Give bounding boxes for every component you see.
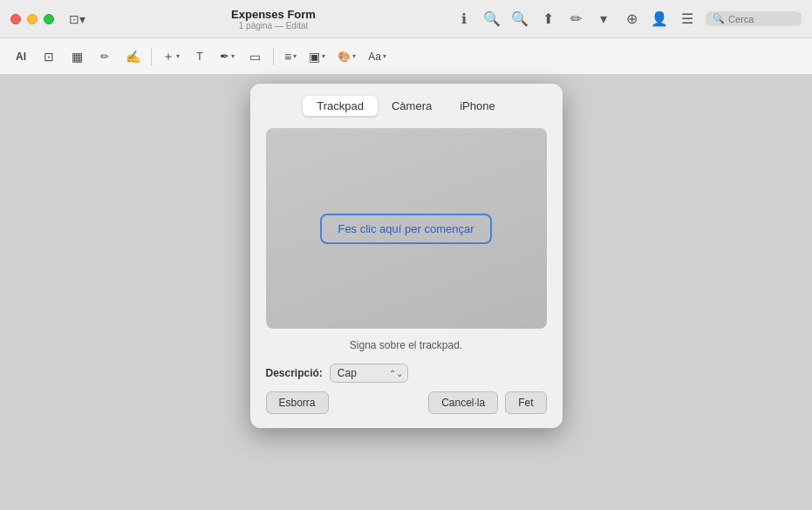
right-action-buttons: Cancel·la Fet (428, 391, 546, 414)
user-icon[interactable]: 👤 (650, 10, 669, 29)
sign-arrow: ▾ (231, 52, 235, 60)
description-select-wrapper: Cap Signatura Inicials ⌃⌄ (330, 364, 408, 383)
color-icon: 🎨 (338, 51, 351, 63)
border-icon: ▣ (309, 50, 320, 64)
tab-iphone[interactable]: iPhone (446, 96, 508, 116)
toolbar: AI ⊡ ▦ ✏ ✍ ＋ ▾ T ✒ ▾ ▭ ≡ ▾ ▣ ▾ 🎨 ▾ Aa ▾ (0, 38, 812, 75)
titlebar-right-controls: ℹ 🔍 🔍 ⬆ ✏ ▾ ⊕ 👤 ☰ 🔍 (454, 10, 802, 29)
signature-popup: Trackpad Càmera iPhone Fes clic aquí per… (250, 84, 563, 428)
minimize-button[interactable] (27, 14, 38, 24)
search-bar[interactable]: 🔍 (706, 11, 802, 26)
markup-tool-button[interactable]: ✏ (92, 44, 117, 69)
font-button[interactable]: Aa ▾ (364, 48, 391, 65)
search-input[interactable] (728, 14, 798, 24)
rect-tool-button[interactable]: ▭ (242, 44, 267, 69)
border-arrow: ▾ (322, 52, 325, 60)
description-row: Descripció: Cap Signatura Inicials ⌃⌄ (250, 364, 563, 391)
zoom-out-icon[interactable]: 🔍 (482, 10, 502, 29)
sign-button[interactable]: ✒ ▾ (215, 47, 239, 65)
insert-shape-button[interactable]: ＋ ▾ (158, 46, 184, 67)
titlebar: ⊡▾ Expenses Form 1 pàgina — Editat ℹ 🔍 🔍… (0, 0, 812, 38)
align-icon: ≡ (284, 50, 291, 64)
done-button[interactable]: Fet (505, 391, 546, 414)
signature-drawing-area[interactable]: Fes clic aquí per començar (266, 128, 547, 329)
font-icon: Aa (368, 51, 381, 63)
start-signing-button[interactable]: Fes clic aquí per començar (320, 214, 491, 244)
cancel-button[interactable]: Cancel·la (428, 391, 498, 414)
sidebar-toggle-button[interactable]: ⊡▾ (65, 10, 89, 28)
share-icon[interactable]: ⬆ (538, 10, 557, 29)
sidebar-icon: ⊡▾ (69, 12, 85, 26)
insert-shape-icon: ＋ (162, 49, 174, 65)
zoom-in-icon[interactable]: 🔍 (510, 10, 529, 29)
ai-tool-button[interactable]: AI (9, 44, 33, 69)
esborra-button[interactable]: Esborra (266, 391, 329, 414)
insert-shape-arrow: ▾ (176, 52, 180, 60)
pen-dropdown-arrow[interactable]: ▾ (594, 10, 613, 29)
close-button[interactable] (10, 14, 21, 24)
draw-tool-button[interactable]: ✍ (120, 44, 145, 69)
pen-icon[interactable]: ✏ (566, 10, 585, 29)
toolbar-separator-1 (151, 48, 152, 65)
description-label: Descripció: (266, 367, 323, 379)
popup-tabs: Trackpad Càmera iPhone (250, 84, 563, 125)
action-buttons-row: Esborra Cancel·la Fet (250, 391, 563, 428)
document-subtitle: 1 pàgina — Editat (239, 21, 309, 31)
titlebar-title-group: Expenses Form 1 pàgina — Editat (92, 8, 454, 31)
main-content: Trackpad Càmera iPhone Fes clic aquí per… (0, 75, 812, 510)
description-select[interactable]: Cap Signatura Inicials (330, 364, 408, 383)
sidebar-tool-button[interactable]: ⊡ (37, 44, 61, 69)
text-tool-button[interactable]: T (188, 44, 212, 69)
table-tool-button[interactable]: ▦ (65, 44, 89, 69)
border-button[interactable]: ▣ ▾ (304, 47, 330, 66)
color-button[interactable]: 🎨 ▾ (333, 48, 360, 65)
toolbar-separator-2 (273, 48, 274, 65)
align-button[interactable]: ≡ ▾ (280, 47, 301, 66)
color-arrow: ▾ (352, 52, 356, 60)
window-controls (10, 14, 54, 24)
tab-camera[interactable]: Càmera (378, 96, 446, 116)
maximize-button[interactable] (44, 14, 54, 24)
comment-icon[interactable]: ☰ (678, 10, 697, 29)
tab-trackpad[interactable]: Trackpad (303, 96, 378, 116)
insert-icon[interactable]: ⊕ (622, 10, 641, 29)
sign-icon: ✒ (220, 50, 229, 63)
search-icon: 🔍 (713, 13, 725, 24)
document-title: Expenses Form (231, 8, 316, 21)
font-arrow: ▾ (383, 52, 386, 60)
info-icon[interactable]: ℹ (454, 10, 474, 29)
align-arrow: ▾ (293, 52, 297, 60)
hint-text: Signa sobre el trackpad. (250, 339, 563, 351)
